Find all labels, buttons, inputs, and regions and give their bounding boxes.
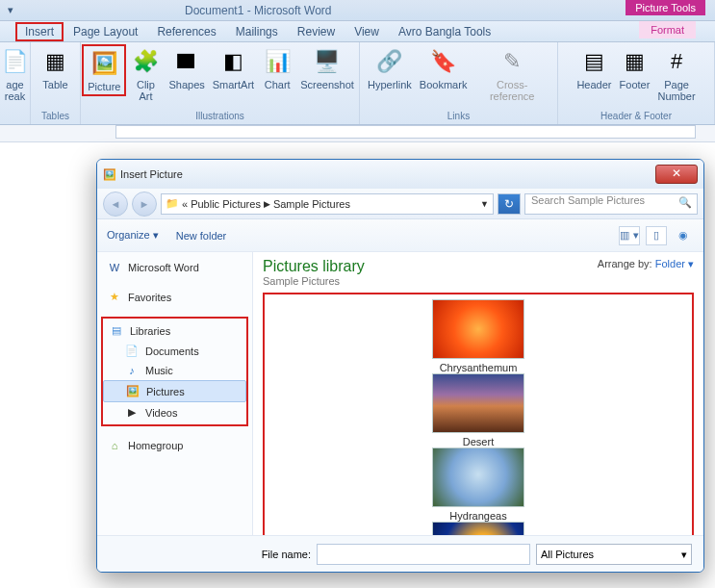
page-number-icon: # bbox=[661, 46, 692, 77]
app-titlebar: ▾ Document1 - Microsoft Word Picture Too… bbox=[0, 0, 715, 21]
tab-page-layout[interactable]: Page Layout bbox=[64, 22, 147, 41]
footer-button[interactable]: ▦ Footer bbox=[615, 44, 653, 92]
help-button[interactable]: ◉ bbox=[673, 226, 694, 245]
table-button[interactable]: ▦ Table bbox=[37, 44, 75, 92]
pictures-icon: 🖼️ bbox=[125, 385, 140, 397]
folder-icon: 📁 bbox=[166, 197, 179, 210]
new-folder-button[interactable]: New folder bbox=[176, 230, 227, 242]
nav-sidebar: WMicrosoft Word ★Favorites ▤Libraries 📄D… bbox=[97, 252, 253, 535]
contextual-tab-group: Picture Tools bbox=[626, 0, 705, 15]
ribbon-tabs: Insert Page Layout References Mailings R… bbox=[0, 21, 715, 42]
search-input[interactable]: Search Sample Pictures bbox=[524, 193, 698, 215]
insert-picture-dialog: 🖼️ Insert Picture ✕ ◄ ► 📁 « Public Pictu… bbox=[96, 159, 704, 573]
image-icon bbox=[432, 447, 524, 507]
sidebar-item-word[interactable]: WMicrosoft Word bbox=[101, 258, 248, 277]
sidebar-item-videos[interactable]: ▶Videos bbox=[103, 402, 246, 422]
forward-button[interactable]: ► bbox=[132, 192, 157, 217]
page-break-button[interactable]: 📄 age reak bbox=[0, 44, 35, 104]
file-thumb[interactable]: Desert bbox=[268, 373, 688, 447]
library-subtitle: Sample Pictures bbox=[263, 275, 365, 287]
filename-input[interactable] bbox=[317, 544, 530, 565]
view-button[interactable]: ▥ ▾ bbox=[619, 226, 640, 245]
word-icon: W bbox=[107, 262, 122, 273]
breadcrumb[interactable]: 📁 « Public Pictures ▶ Sample Pictures ▼ bbox=[161, 193, 494, 215]
qat-customize-icon[interactable]: ▾ bbox=[8, 4, 13, 16]
image-icon bbox=[432, 299, 524, 359]
tab-review[interactable]: Review bbox=[288, 22, 345, 41]
cross-reference-button[interactable]: ✎ Cross-reference bbox=[471, 44, 553, 104]
toolbar: Organize ▾ New folder ▥ ▾ ▯ ◉ bbox=[97, 219, 703, 252]
footer-icon: ▦ bbox=[619, 46, 650, 77]
homegroup-icon: ⌂ bbox=[107, 440, 122, 451]
star-icon: ★ bbox=[107, 291, 122, 303]
hyperlink-icon: 🔗 bbox=[374, 46, 405, 77]
organize-button[interactable]: Organize ▾ bbox=[107, 229, 159, 242]
file-filter-combo[interactable]: All Pictures▾ bbox=[536, 544, 692, 565]
chart-icon: 📊 bbox=[262, 46, 293, 77]
library-title: Pictures library bbox=[263, 258, 365, 275]
table-icon: ▦ bbox=[40, 46, 71, 77]
sidebar-item-pictures[interactable]: 🖼️Pictures bbox=[103, 380, 246, 402]
tab-avro[interactable]: Avro Bangla Tools bbox=[389, 22, 500, 41]
page-number-button[interactable]: # Page Number bbox=[653, 44, 699, 104]
image-icon bbox=[432, 522, 524, 535]
file-thumb[interactable]: Chrysanthemum bbox=[268, 299, 688, 373]
file-thumb[interactable]: Hydrangeas bbox=[268, 447, 688, 522]
chevron-down-icon[interactable]: ▼ bbox=[480, 199, 489, 209]
arrange-by[interactable]: Arrange by: Folder ▾ bbox=[598, 258, 694, 287]
dialog-title: Insert Picture bbox=[120, 168, 655, 180]
ribbon: 📄 age reak ▦ Table Tables 🖼️ Picture 🧩 C… bbox=[0, 42, 715, 125]
back-button[interactable]: ◄ bbox=[103, 192, 128, 217]
preview-button[interactable]: ▯ bbox=[646, 226, 667, 245]
tab-mailings[interactable]: Mailings bbox=[226, 22, 288, 41]
header-icon: ▤ bbox=[578, 46, 609, 77]
dialog-titlebar[interactable]: 🖼️ Insert Picture ✕ bbox=[97, 160, 703, 189]
sidebar-item-music[interactable]: ♪Music bbox=[103, 361, 246, 380]
tab-references[interactable]: References bbox=[147, 22, 225, 41]
bookmark-icon: 🔖 bbox=[428, 46, 459, 77]
bookmark-button[interactable]: 🔖 Bookmark bbox=[416, 44, 472, 92]
shapes-button[interactable]: ⯀ Shapes bbox=[165, 44, 208, 92]
hyperlink-button[interactable]: 🔗 Hyperlink bbox=[364, 44, 416, 92]
smartart-button[interactable]: ◧ SmartArt bbox=[209, 44, 258, 92]
videos-icon: ▶ bbox=[124, 406, 140, 419]
image-icon bbox=[432, 373, 524, 433]
tab-view[interactable]: View bbox=[345, 22, 389, 41]
refresh-button[interactable]: ↻ bbox=[498, 193, 521, 215]
file-list-pane: Pictures library Sample Pictures Arrange… bbox=[253, 252, 703, 535]
chevron-right-icon[interactable]: ▶ bbox=[264, 199, 270, 209]
picture-button[interactable]: 🖼️ Picture bbox=[82, 44, 126, 96]
clipart-icon: 🧩 bbox=[130, 46, 161, 77]
picture-icon: 🖼️ bbox=[89, 48, 119, 79]
sidebar-item-libraries[interactable]: ▤Libraries bbox=[103, 320, 246, 341]
shapes-icon: ⯀ bbox=[171, 46, 202, 77]
screenshot-button[interactable]: 🖥️ Screenshot bbox=[296, 44, 358, 92]
music-icon: ♪ bbox=[124, 365, 140, 376]
file-thumb[interactable]: Jellyfish bbox=[268, 522, 688, 535]
clipart-button[interactable]: 🧩 Clip Art bbox=[126, 44, 165, 104]
tab-format[interactable]: Format bbox=[639, 21, 696, 38]
tab-insert[interactable]: Insert bbox=[15, 22, 64, 41]
smartart-icon: ◧ bbox=[217, 46, 248, 77]
sidebar-item-homegroup[interactable]: ⌂Homegroup bbox=[101, 436, 248, 455]
crossref-icon: ✎ bbox=[497, 46, 527, 77]
nav-bar: ◄ ► 📁 « Public Pictures ▶ Sample Picture… bbox=[97, 189, 703, 219]
filename-label: File name: bbox=[109, 549, 311, 560]
thumbnail-grid: Chrysanthemum Desert Hydrangeas Jellyfis… bbox=[263, 293, 694, 535]
folder-icon: 🖼️ bbox=[103, 168, 116, 181]
page-break-icon: 📄 bbox=[0, 46, 31, 77]
sidebar-item-documents[interactable]: 📄Documents bbox=[103, 341, 246, 361]
window-title: Document1 - Microsoft Word bbox=[185, 4, 332, 17]
dialog-footer: File name: All Pictures▾ Tools ▾ Insert … bbox=[97, 535, 703, 573]
document-icon: 📄 bbox=[124, 345, 140, 357]
screenshot-icon: 🖥️ bbox=[312, 46, 343, 77]
sidebar-item-favorites[interactable]: ★Favorites bbox=[101, 287, 248, 307]
chevron-down-icon: ▾ bbox=[681, 549, 687, 561]
chart-button[interactable]: 📊 Chart bbox=[258, 44, 296, 92]
close-button[interactable]: ✕ bbox=[655, 165, 698, 184]
header-button[interactable]: ▤ Header bbox=[573, 44, 615, 92]
ruler bbox=[0, 125, 715, 142]
libraries-icon: ▤ bbox=[109, 324, 124, 337]
